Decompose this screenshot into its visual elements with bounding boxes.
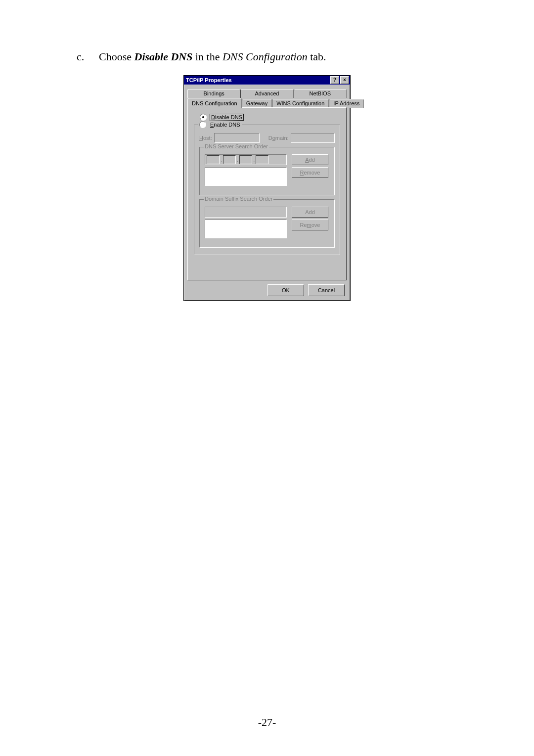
dialog-title: TCP/IP Properties [185, 77, 329, 83]
tab-ip-address-label: IP Address [333, 100, 359, 106]
help-icon: ? [333, 78, 336, 83]
suffix-remove-label: Remove [300, 222, 320, 228]
tab-panel-dns: Disable DNS Enable DNS Host: Domain: [187, 107, 347, 280]
tab-row-front: DNS Configuration Gateway WINS Configura… [187, 98, 347, 108]
tcpip-properties-dialog: TCP/IP Properties ? × Bindings Advanced … [183, 75, 351, 301]
enable-dns-group: Enable DNS Host: Domain: DNS Server Sear… [194, 125, 340, 255]
tabs-container: Bindings Advanced NetBIOS DNS Configurat… [187, 89, 347, 280]
ok-button[interactable]: OK [267, 284, 304, 296]
tab-netbios[interactable]: NetBIOS [294, 89, 347, 98]
page-number: -27- [0, 716, 534, 729]
dns-ip-input[interactable]: . . . [205, 154, 287, 165]
host-input[interactable] [214, 133, 260, 143]
tab-gateway-label: Gateway [246, 100, 267, 106]
suffix-add-label: Add [305, 209, 315, 215]
enable-dns-legend: Enable DNS [198, 121, 242, 128]
radio-enable-dns-circle[interactable] [199, 121, 206, 128]
dns-add-label: Add [305, 157, 315, 163]
tab-gateway[interactable]: Gateway [242, 99, 272, 108]
dns-add-button[interactable]: Add [292, 154, 328, 165]
instruction-bold: Disable DNS [134, 50, 193, 63]
host-label: Host: [199, 135, 212, 141]
radio-disable-dns-label: Disable DNS [210, 114, 244, 121]
host-domain-row: Host: Domain: [199, 133, 335, 143]
help-button[interactable]: ? [330, 76, 339, 84]
domain-label: Domain: [268, 135, 289, 141]
tab-bindings[interactable]: Bindings [187, 89, 240, 98]
ok-label: OK [282, 287, 290, 293]
dns-remove-label: Remove [300, 170, 320, 176]
tab-dns-configuration[interactable]: DNS Configuration [187, 98, 242, 108]
instruction-text: Choose Disable DNS in the DNS Configurat… [99, 49, 457, 64]
tab-dns-configuration-label: DNS Configuration [192, 100, 237, 106]
close-icon: × [343, 78, 346, 83]
tab-row-back: Bindings Advanced NetBIOS [187, 89, 347, 98]
suffix-add-button[interactable]: Add [292, 207, 328, 218]
dialog-body: Bindings Advanced NetBIOS DNS Configurat… [184, 85, 350, 301]
dialog-buttons: OK Cancel [187, 280, 347, 297]
instruction-suffix: tab. [308, 50, 326, 63]
suffix-list[interactable] [205, 220, 287, 238]
close-button[interactable]: × [340, 76, 349, 84]
instruction-italic: DNS Configuration [222, 50, 308, 63]
ip-seg-2[interactable] [223, 155, 236, 164]
tab-wins-configuration-label: WINS Configuration [276, 100, 324, 106]
radio-disable-dns[interactable]: Disable DNS [200, 114, 340, 121]
instruction-prefix: Choose [99, 50, 134, 63]
domain-input[interactable] [291, 133, 335, 143]
suffix-input[interactable] [205, 207, 287, 218]
tab-bindings-label: Bindings [204, 90, 224, 96]
dialog-titlebar: TCP/IP Properties ? × [184, 76, 350, 85]
instruction-line: c. Choose Disable DNS in the DNS Configu… [77, 49, 457, 64]
dns-server-order-legend: DNS Server Search Order [204, 143, 269, 149]
radio-enable-dns-label: Enable DNS [209, 122, 241, 128]
domain-suffix-order-legend: Domain Suffix Search Order [204, 196, 273, 202]
dns-remove-button[interactable]: Remove [292, 167, 328, 178]
tab-advanced[interactable]: Advanced [240, 89, 293, 98]
tab-advanced-label: Advanced [255, 90, 279, 96]
suffix-remove-button[interactable]: Remove [292, 220, 328, 230]
cancel-button[interactable]: Cancel [308, 284, 345, 296]
instruction-letter: c. [77, 49, 99, 64]
tab-wins-configuration[interactable]: WINS Configuration [272, 99, 329, 108]
instruction-mid: in the [192, 50, 222, 63]
radio-disable-dns-circle [200, 114, 207, 121]
ip-seg-4[interactable] [256, 155, 268, 164]
cancel-label: Cancel [318, 287, 335, 293]
domain-suffix-order-group: Domain Suffix Search Order Add [199, 199, 335, 248]
dns-server-list[interactable] [205, 167, 287, 186]
dns-server-order-group: DNS Server Search Order . . . [199, 147, 335, 195]
ip-seg-3[interactable] [239, 155, 252, 164]
tab-ip-address[interactable]: IP Address [329, 99, 364, 108]
radio-dot-icon [202, 116, 204, 118]
tab-netbios-label: NetBIOS [310, 90, 331, 96]
ip-seg-1[interactable] [207, 155, 220, 164]
